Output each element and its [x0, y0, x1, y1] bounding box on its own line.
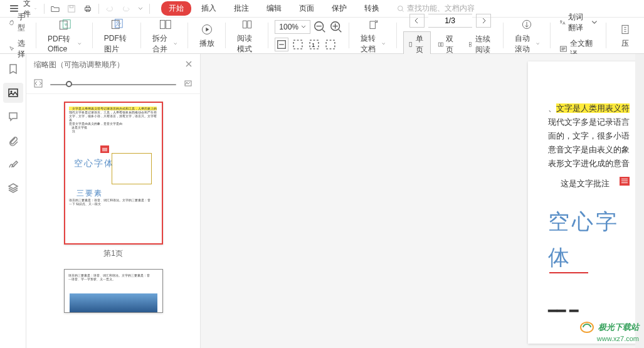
pdf-image-icon: [110, 18, 123, 31]
zoom-in-button[interactable]: [329, 20, 343, 34]
doc-line-1: 、文字是人类用表义符: [548, 102, 639, 115]
note-marker-thumb: [100, 145, 109, 153]
attachment-tab[interactable]: [3, 130, 23, 150]
tab-edit[interactable]: 编辑: [259, 1, 289, 16]
fit-width-icon: [275, 38, 288, 51]
single-page-label: 单页: [416, 34, 426, 55]
collapse-button[interactable]: [34, 79, 43, 90]
thumbnail-page-2[interactable]: 语言的三要素是：语音、词汇和语法。文字的三要素是：音 一语音、字一字形状、义一意…: [34, 269, 193, 313]
chevron-down-icon: [591, 18, 598, 27]
close-panel-button[interactable]: [185, 59, 193, 70]
thumb-blue-text-1: 空心字体: [74, 158, 114, 169]
play-button[interactable]: 播放: [194, 19, 219, 51]
svg-point-11: [117, 21, 119, 23]
print-button[interactable]: [81, 2, 95, 16]
attachment-icon: [8, 135, 19, 146]
chevron-left-icon: [414, 18, 420, 24]
save-button[interactable]: [65, 2, 78, 16]
save-icon: [67, 4, 76, 13]
svg-rect-24: [438, 43, 440, 46]
search-hint[interactable]: 查找功能、文档内容: [397, 3, 475, 14]
rotate-doc-button[interactable]: 旋转文档: [356, 14, 391, 57]
compress-label: 压: [621, 38, 629, 49]
comment-icon: [8, 111, 19, 122]
search-icon: [397, 5, 404, 13]
double-page-icon: [438, 40, 444, 49]
zoom-select[interactable]: 100%: [275, 20, 310, 34]
auto-scroll-label: 自动滚动: [515, 33, 535, 55]
continuous-label: 连续阅读: [475, 34, 493, 55]
chevron-down-icon[interactable]: [138, 6, 143, 11]
vertical-scrollbar[interactable]: [635, 54, 644, 348]
translate-word-icon: [559, 18, 566, 27]
word-translate-button[interactable]: 划词翻译: [557, 11, 600, 34]
auto-scroll-icon: [520, 18, 533, 31]
select-tool-label: 选择: [18, 38, 28, 60]
chevron-down-icon: [174, 41, 177, 46]
page-number-input[interactable]: [428, 14, 472, 28]
auto-scroll-button[interactable]: 自动滚动: [510, 14, 545, 57]
layers-tab[interactable]: [3, 178, 23, 198]
thumbnail-page-1[interactable]: 、文字是人类用表义符号记录语言的力式和工具，人类历史上的 现代文字多是记录语言。…: [34, 102, 193, 259]
signature-tab[interactable]: [3, 154, 23, 174]
bookmark-tab[interactable]: [3, 59, 23, 79]
pdf-to-office-button[interactable]: W PDF转Office: [43, 15, 87, 56]
actual-size-button[interactable]: 1: [307, 38, 321, 51]
thumbnail-panel: 缩略图（可拖动调整顺序） 、文字是人类用表义符号记录语言的力式和工具，人类历史上…: [26, 54, 201, 348]
compress-button[interactable]: 压: [613, 19, 638, 51]
svg-rect-31: [9, 89, 18, 97]
pdf-to-image-label: PDF转图片: [104, 33, 130, 55]
actual-size-icon: 1: [307, 38, 321, 51]
play-label: 播放: [199, 38, 214, 49]
zoom-out-icon: [313, 20, 327, 34]
pdf-to-image-button[interactable]: PDF转图片: [99, 14, 135, 57]
comment-tab[interactable]: [3, 107, 23, 127]
thumbnail-page-1-label: 第1页: [34, 248, 193, 259]
document-viewport[interactable]: 、文字是人类用表义符 现代文字多是记录语言 面的，文字，很多小语 意音文字是由表…: [201, 54, 644, 348]
svg-rect-13: [166, 20, 171, 28]
tab-insert[interactable]: 插入: [194, 1, 224, 16]
tab-page[interactable]: 页面: [292, 1, 322, 16]
hand-tool[interactable]: 手型: [6, 11, 30, 34]
svg-rect-22: [370, 21, 375, 29]
select-tool[interactable]: 选择: [6, 37, 30, 61]
undo-button[interactable]: [103, 2, 117, 16]
thumbnail-tab[interactable]: [3, 83, 23, 103]
marquee-zoom-button[interactable]: [324, 38, 337, 51]
note-marker[interactable]: [620, 177, 630, 186]
single-page-icon: [408, 40, 414, 49]
thumbnail-size-slider[interactable]: [50, 84, 176, 85]
annotation-text: 这是文字批注: [561, 177, 617, 191]
tab-protect[interactable]: 保护: [324, 1, 354, 16]
rotate-icon: [367, 18, 379, 31]
left-sidebar-tabs: [0, 54, 26, 348]
compress-icon: [619, 23, 631, 36]
watermark-logo-icon: [578, 320, 596, 335]
redo-button[interactable]: [119, 2, 133, 16]
image-icon: [8, 87, 19, 98]
zoom-out-button[interactable]: [313, 20, 327, 34]
svg-text:W: W: [65, 23, 68, 26]
fit-width-button[interactable]: [275, 38, 288, 51]
split-merge-button[interactable]: 拆分合并: [147, 14, 182, 57]
prev-page-button[interactable]: [409, 14, 425, 28]
main-area: 缩略图（可拖动调整顺序） 、文字是人类用表义符号记录语言的力式和工具，人类历史上…: [0, 54, 644, 348]
thumbnail-header: 缩略图（可拖动调整顺序）: [26, 54, 200, 75]
svg-text:1: 1: [312, 41, 315, 48]
svg-rect-0: [68, 5, 75, 12]
svg-rect-21: [326, 40, 335, 49]
bookmark-icon: [8, 63, 19, 75]
word-translate-label: 划词翻译: [568, 12, 589, 33]
reading-mode-button[interactable]: 阅读模式: [232, 14, 262, 57]
ribbon-toolbar: 手型 选择 W PDF转Office PDF转图片 拆分合并 播放: [0, 18, 644, 54]
open-button[interactable]: [48, 2, 62, 16]
double-page-label: 双页: [446, 34, 456, 55]
svg-rect-18: [293, 40, 302, 49]
doc-line-3: 面的，文字，很多小语: [548, 129, 639, 143]
expand-button[interactable]: [184, 79, 193, 90]
fit-page-button[interactable]: [291, 38, 305, 51]
translate-full-icon: [559, 45, 567, 53]
chevron-down-icon: [536, 41, 539, 46]
next-page-button[interactable]: [476, 14, 491, 28]
layers-icon: [8, 182, 19, 194]
